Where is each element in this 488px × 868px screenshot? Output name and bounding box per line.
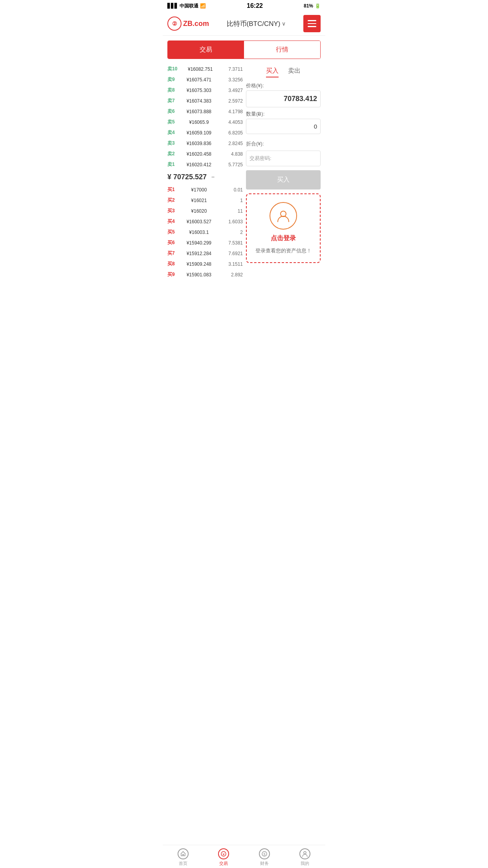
buy-price: ¥15940.299 (175, 240, 223, 246)
sell-price: ¥16065.9 (175, 120, 223, 125)
sell-price: ¥16039.836 (175, 141, 223, 146)
amount-field[interactable] (246, 119, 321, 134)
sell-order-row[interactable]: 卖9 ¥16075.471 3.3256 (166, 74, 244, 85)
sell-order-row[interactable]: 卖8 ¥16075.303 3.4927 (166, 85, 244, 96)
carrier-name: 中国联通 (180, 3, 198, 9)
buy-amount: 2.892 (223, 272, 243, 278)
price-change-icon: － (210, 173, 216, 181)
buy-amount: 7.5381 (223, 240, 243, 246)
buy-amount: 11 (223, 208, 243, 214)
menu-line-1 (308, 20, 316, 21)
app-header: ② ZB.com 比特币(BTC/CNY) ∨ (163, 12, 325, 36)
price-field[interactable] (246, 90, 321, 107)
amount-input[interactable] (250, 123, 317, 130)
buy-label: 买5 (167, 229, 175, 235)
sell-amount: 5.7725 (223, 162, 243, 167)
sell-order-row[interactable]: 卖3 ¥16039.836 2.8245 (166, 138, 244, 149)
buy-price: ¥15912.284 (175, 251, 223, 256)
sell-label: 卖10 (167, 66, 177, 72)
user-avatar-icon (270, 202, 297, 230)
buy-order-row[interactable]: 买5 ¥16003.1 2 (166, 227, 244, 237)
sell-amount: 2.5972 (223, 98, 243, 104)
status-right: 81% 🔋 (304, 3, 321, 9)
sell-amount: 4.4053 (223, 120, 243, 125)
buy-orders: 买1 ¥17000 0.01 买2 ¥16021 1 买3 ¥16020 11 … (166, 184, 244, 280)
sell-order-row[interactable]: 卖5 ¥16065.9 4.4053 (166, 117, 244, 127)
buy-label: 买1 (167, 186, 175, 193)
buy-order-row[interactable]: 买9 ¥15901.083 2.892 (166, 269, 244, 280)
current-price-row: ¥ 70725.527 － (166, 170, 244, 184)
status-time: 16:22 (247, 2, 263, 9)
sell-order-row[interactable]: 卖2 ¥16020.458 4.838 (166, 149, 244, 159)
header-title[interactable]: 比特币(BTC/CNY) ∨ (227, 19, 286, 28)
login-description: 登录查看您的资产信息！ (255, 247, 312, 254)
sell-order-row[interactable]: 卖4 ¥16059.109 6.8205 (166, 127, 244, 138)
sell-amount: 4.838 (223, 151, 243, 157)
menu-button[interactable] (303, 15, 321, 32)
sell-order-row[interactable]: 卖10 ¥16082.751 7.3711 (166, 64, 244, 74)
sell-order-row[interactable]: 卖1 ¥16020.412 5.7725 (166, 159, 244, 170)
market-pair-label: 比特币(BTC/CNY) (227, 19, 281, 28)
buy-button[interactable]: 买入 (246, 170, 321, 189)
buy-amount: 7.6921 (223, 251, 243, 256)
tab-buy[interactable]: 买入 (266, 67, 279, 77)
buy-price: ¥15909.248 (175, 261, 223, 267)
buy-price: ¥16003.527 (175, 219, 223, 224)
buy-order-row[interactable]: 买4 ¥16003.527 1.6033 (166, 216, 244, 227)
buy-price: ¥17000 (175, 187, 223, 193)
buy-label: 买6 (167, 239, 175, 246)
buy-label: 买7 (167, 250, 175, 257)
battery-icon: 🔋 (315, 3, 321, 9)
buy-price: ¥15901.083 (175, 272, 223, 278)
buy-amount: 0.01 (223, 187, 243, 193)
main-tab-bar: 交易 行情 (167, 40, 321, 59)
buy-label: 买3 (167, 208, 175, 214)
chevron-down-icon: ∨ (282, 20, 286, 27)
main-content: 卖10 ¥16082.751 7.3711 卖9 ¥16075.471 3.32… (163, 64, 325, 280)
tab-trade[interactable]: 交易 (168, 41, 244, 59)
sell-order-row[interactable]: 卖6 ¥16073.888 4.1798 (166, 106, 244, 117)
sell-price: ¥16075.471 (175, 77, 223, 83)
sell-label: 卖4 (167, 129, 175, 136)
tab-sell[interactable]: 卖出 (288, 67, 301, 77)
login-button-text[interactable]: 点击登录 (271, 234, 296, 243)
sell-orders: 卖10 ¥16082.751 7.3711 卖9 ¥16075.471 3.32… (166, 64, 244, 170)
status-left: ▋▋▋ 中国联通 📶 (167, 3, 206, 9)
total-row: 折合(¥): (246, 137, 321, 151)
buy-order-row[interactable]: 买7 ¥15912.284 7.6921 (166, 248, 244, 259)
buy-order-row[interactable]: 买1 ¥17000 0.01 (166, 184, 244, 195)
sell-price: ¥16073.888 (175, 109, 223, 114)
tab-market[interactable]: 行情 (244, 41, 320, 59)
buy-label: 买2 (167, 197, 175, 204)
sell-price: ¥16020.458 (175, 151, 223, 157)
password-row[interactable]: 交易密码: (246, 151, 321, 166)
buy-sell-tabs: 买入 卖出 (246, 64, 321, 82)
buy-order-row[interactable]: 买8 ¥15909.248 3.1511 (166, 259, 244, 269)
sell-price: ¥16059.109 (175, 130, 223, 136)
sell-label: 卖3 (167, 140, 175, 147)
buy-order-row[interactable]: 买3 ¥16020 11 (166, 206, 244, 216)
current-price: ¥ 70725.527 (167, 173, 207, 181)
login-prompt[interactable]: 点击登录 登录查看您的资产信息！ (246, 193, 321, 263)
sell-label: 卖2 (167, 151, 175, 157)
sell-price: ¥16074.383 (175, 98, 223, 104)
sell-label: 卖7 (167, 97, 175, 104)
logo-circle: ② (167, 17, 182, 31)
battery-level: 81% (304, 3, 313, 9)
menu-line-3 (308, 26, 316, 27)
buy-price: ¥16003.1 (175, 230, 223, 235)
sell-amount: 7.3711 (223, 66, 243, 72)
sell-label: 卖1 (167, 161, 175, 168)
buy-amount: 2 (223, 230, 243, 235)
status-bar: ▋▋▋ 中国联通 📶 16:22 81% 🔋 (163, 0, 325, 12)
sell-price: ¥16075.303 (175, 88, 223, 93)
price-input[interactable] (250, 95, 317, 103)
sell-label: 卖9 (167, 76, 175, 83)
buy-label: 买8 (167, 261, 175, 267)
sell-label: 卖5 (167, 119, 175, 125)
buy-order-row[interactable]: 买6 ¥15940.299 7.5381 (166, 237, 244, 248)
wifi-icon: 📶 (200, 3, 206, 9)
sell-order-row[interactable]: 卖7 ¥16074.383 2.5972 (166, 96, 244, 106)
sell-price: ¥16020.412 (175, 162, 223, 167)
buy-order-row[interactable]: 买2 ¥16021 1 (166, 195, 244, 206)
